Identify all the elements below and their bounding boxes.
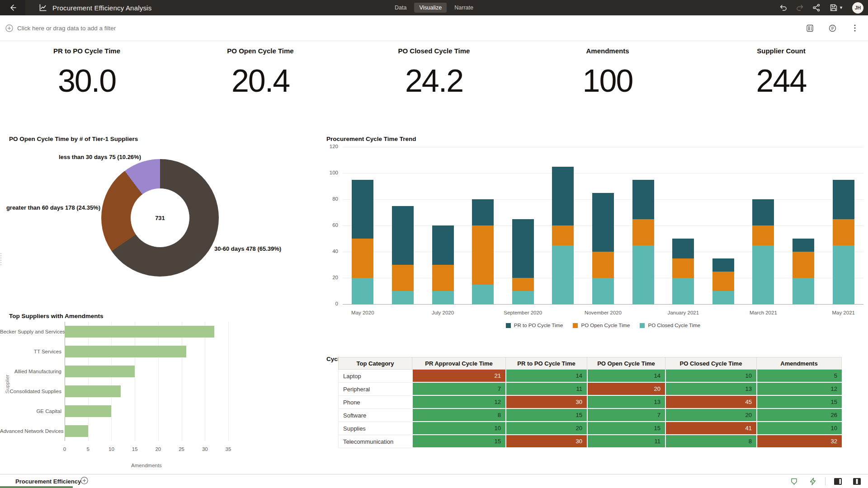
- value-cell[interactable]: 8: [412, 409, 505, 422]
- value-cell[interactable]: 32: [756, 435, 842, 448]
- column-header[interactable]: Amendments: [756, 357, 842, 370]
- trend-segment[interactable]: [592, 252, 614, 278]
- value-cell[interactable]: 8: [665, 435, 756, 448]
- value-cell[interactable]: 20: [587, 383, 665, 396]
- header-tab-visualize[interactable]: Visualize: [414, 3, 447, 13]
- trend-bar-march-2021[interactable]: [752, 199, 774, 304]
- undo-button[interactable]: [776, 1, 790, 14]
- trend-segment[interactable]: [672, 278, 694, 304]
- kpi-tile[interactable]: PR to PO Cycle Time30.0: [0, 47, 174, 99]
- value-cell[interactable]: 10: [756, 422, 842, 435]
- trend-segment[interactable]: [352, 239, 373, 278]
- value-cell[interactable]: 15: [587, 422, 665, 435]
- trend-segment[interactable]: [392, 291, 414, 304]
- trend-segment[interactable]: [512, 278, 534, 291]
- value-cell[interactable]: 13: [665, 383, 756, 396]
- value-cell[interactable]: 41: [665, 422, 756, 435]
- annotation-button[interactable]: [826, 22, 839, 34]
- value-cell[interactable]: 21: [412, 370, 505, 383]
- trend-segment[interactable]: [552, 167, 574, 226]
- value-cell[interactable]: 14: [505, 370, 587, 383]
- value-cell[interactable]: 10: [412, 422, 505, 435]
- column-header[interactable]: Top Category: [338, 357, 412, 370]
- trend-bar-december-2020[interactable]: [632, 180, 654, 305]
- value-cell[interactable]: 30: [505, 396, 587, 409]
- data-panel-button[interactable]: [803, 22, 816, 34]
- trend-segment[interactable]: [752, 225, 774, 245]
- trend-segment[interactable]: [793, 252, 814, 278]
- value-cell[interactable]: 14: [587, 370, 665, 383]
- value-cell[interactable]: 20: [505, 422, 587, 435]
- value-cell[interactable]: 5: [756, 370, 842, 383]
- trend-segment[interactable]: [592, 278, 614, 304]
- value-cell[interactable]: 11: [587, 435, 665, 448]
- trend-segment[interactable]: [472, 225, 494, 285]
- value-cell[interactable]: 7: [412, 383, 505, 396]
- trend-bar-july-2020[interactable]: [432, 225, 454, 304]
- trend-segment[interactable]: [432, 265, 454, 291]
- supplier-bar[interactable]: [65, 425, 88, 437]
- trend-segment[interactable]: [352, 278, 373, 304]
- value-cell[interactable]: 45: [665, 396, 756, 409]
- trend-bar-august-2020[interactable]: [472, 199, 494, 304]
- share-button[interactable]: [810, 1, 823, 14]
- save-button[interactable]: ▼: [826, 1, 846, 14]
- supplier-bar[interactable]: [65, 326, 214, 338]
- supplier-bar[interactable]: [65, 385, 121, 397]
- legend-item[interactable]: PR to PO Cycle Time: [506, 323, 563, 328]
- user-avatar[interactable]: JH: [852, 2, 863, 14]
- value-cell[interactable]: 30: [505, 435, 587, 448]
- value-cell[interactable]: 12: [756, 383, 842, 396]
- trend-bar-february-2021[interactable]: [712, 258, 734, 305]
- kpi-tile[interactable]: Amendments100: [521, 47, 694, 99]
- trend-segment[interactable]: [833, 245, 854, 305]
- value-cell[interactable]: 15: [756, 396, 842, 409]
- value-cell[interactable]: 26: [756, 409, 842, 422]
- trend-segment[interactable]: [472, 285, 494, 305]
- column-header[interactable]: PR Approval Cycle Time: [412, 357, 505, 370]
- trend-segment[interactable]: [352, 180, 373, 239]
- value-cell[interactable]: 15: [412, 435, 505, 448]
- trend-segment[interactable]: [672, 239, 694, 258]
- trend-segment[interactable]: [512, 291, 534, 304]
- trend-segment[interactable]: [552, 245, 574, 305]
- trend-segment[interactable]: [432, 291, 454, 304]
- panel-left-toggle-button[interactable]: [831, 475, 844, 488]
- trend-segment[interactable]: [672, 258, 694, 278]
- trend-segment[interactable]: [632, 219, 654, 245]
- kpi-tile[interactable]: PO Open Cycle Time20.4: [174, 47, 347, 99]
- add-filter-target[interactable]: Click here or drag data to add a filter: [5, 24, 116, 32]
- column-header[interactable]: PO Open Cycle Time: [587, 357, 665, 370]
- value-cell[interactable]: 13: [587, 396, 665, 409]
- trend-segment[interactable]: [512, 219, 534, 278]
- trend-segment[interactable]: [752, 199, 774, 225]
- trend-bar-may-2021[interactable]: [833, 180, 854, 305]
- trend-bar-january-2021[interactable]: [672, 239, 694, 304]
- panel-drag-handle[interactable]: [0, 253, 1, 265]
- touch-mode-button[interactable]: [787, 475, 801, 488]
- value-cell[interactable]: 7: [587, 409, 665, 422]
- trend-segment[interactable]: [833, 219, 854, 245]
- legend-item[interactable]: PO Closed Cycle Time: [640, 323, 700, 328]
- kebab-menu-button[interactable]: [848, 22, 862, 34]
- column-header[interactable]: PR to PO Cycle Time: [505, 357, 587, 370]
- kpi-tile[interactable]: Supplier Count244: [694, 47, 868, 99]
- trend-bar-september-2020[interactable]: [512, 219, 534, 305]
- trend-segment[interactable]: [472, 199, 494, 225]
- trend-bar-june-2020[interactable]: [392, 206, 414, 305]
- trend-segment[interactable]: [392, 265, 414, 291]
- back-button[interactable]: [0, 0, 25, 15]
- auto-apply-button[interactable]: [806, 475, 820, 488]
- trend-segment[interactable]: [552, 225, 574, 245]
- trend-segment[interactable]: [793, 239, 814, 252]
- value-cell[interactable]: 10: [665, 370, 756, 383]
- trend-segment[interactable]: [592, 193, 614, 252]
- trend-segment[interactable]: [632, 245, 654, 305]
- value-cell[interactable]: 12: [412, 396, 505, 409]
- trend-segment[interactable]: [632, 180, 654, 219]
- trend-segment[interactable]: [833, 180, 854, 219]
- value-cell[interactable]: 11: [505, 383, 587, 396]
- trend-bar-april-2021[interactable]: [793, 239, 814, 304]
- trend-segment[interactable]: [432, 225, 454, 265]
- add-canvas-button[interactable]: [78, 476, 91, 487]
